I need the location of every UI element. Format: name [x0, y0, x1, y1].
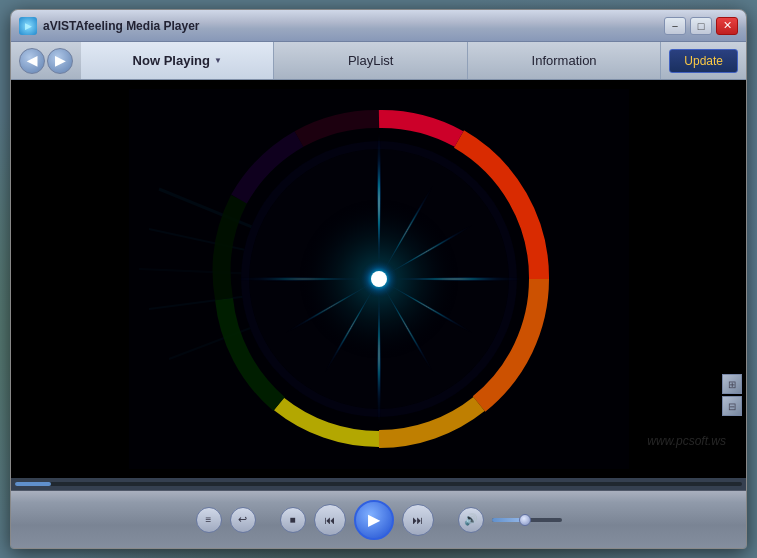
- title-bar: ▶ aVISTAfeeling Media Player − □ ✕: [11, 10, 746, 42]
- minimize-button[interactable]: −: [664, 17, 686, 35]
- volume-button[interactable]: 🔊: [458, 507, 484, 533]
- volume-track[interactable]: [492, 518, 562, 522]
- svg-point-22: [375, 275, 383, 283]
- nav-bar: ◀ ▶ Now Playing PlayList Information Upd…: [11, 42, 746, 80]
- window-title: aVISTAfeeling Media Player: [43, 19, 664, 33]
- close-button[interactable]: ✕: [716, 17, 738, 35]
- forward-button[interactable]: ▶: [47, 48, 73, 74]
- eject-button[interactable]: ↩: [230, 507, 256, 533]
- corner-icons: ⊞ ⊟: [722, 374, 742, 416]
- progress-track[interactable]: [15, 482, 742, 486]
- tab-information[interactable]: Information: [468, 42, 661, 79]
- stop-button[interactable]: ■: [280, 507, 306, 533]
- settings-icon[interactable]: ⊟: [722, 396, 742, 416]
- previous-button[interactable]: ⏮: [314, 504, 346, 536]
- nav-arrows: ◀ ▶: [11, 48, 81, 74]
- progress-fill: [15, 482, 51, 486]
- video-area: www.pcsoft.ws ⊞ ⊟: [11, 80, 746, 478]
- tab-playlist[interactable]: PlayList: [274, 42, 467, 79]
- watermark: www.pcsoft.ws: [647, 434, 726, 448]
- star-burst-svg: [129, 89, 629, 469]
- play-button[interactable]: ▶: [354, 500, 394, 540]
- maximize-button[interactable]: □: [690, 17, 712, 35]
- main-window: ▶ aVISTAfeeling Media Player − □ ✕ ◀ ▶ N…: [10, 9, 747, 549]
- tab-now-playing[interactable]: Now Playing: [81, 42, 274, 79]
- progress-area[interactable]: [11, 478, 746, 490]
- window-controls: − □ ✕: [664, 17, 738, 35]
- playlist-button[interactable]: ≡: [196, 507, 222, 533]
- next-button[interactable]: ⏭: [402, 504, 434, 536]
- update-button[interactable]: Update: [669, 49, 738, 73]
- volume-slider[interactable]: [492, 518, 562, 522]
- controls-bar: ≡ ↩ ■ ⏮ ▶ ⏭ 🔊: [11, 490, 746, 548]
- back-button[interactable]: ◀: [19, 48, 45, 74]
- visualizer: [11, 80, 746, 478]
- nav-tabs: Now Playing PlayList Information: [81, 42, 661, 79]
- fullscreen-icon[interactable]: ⊞: [722, 374, 742, 394]
- volume-thumb[interactable]: [519, 514, 531, 526]
- app-icon: ▶: [19, 17, 37, 35]
